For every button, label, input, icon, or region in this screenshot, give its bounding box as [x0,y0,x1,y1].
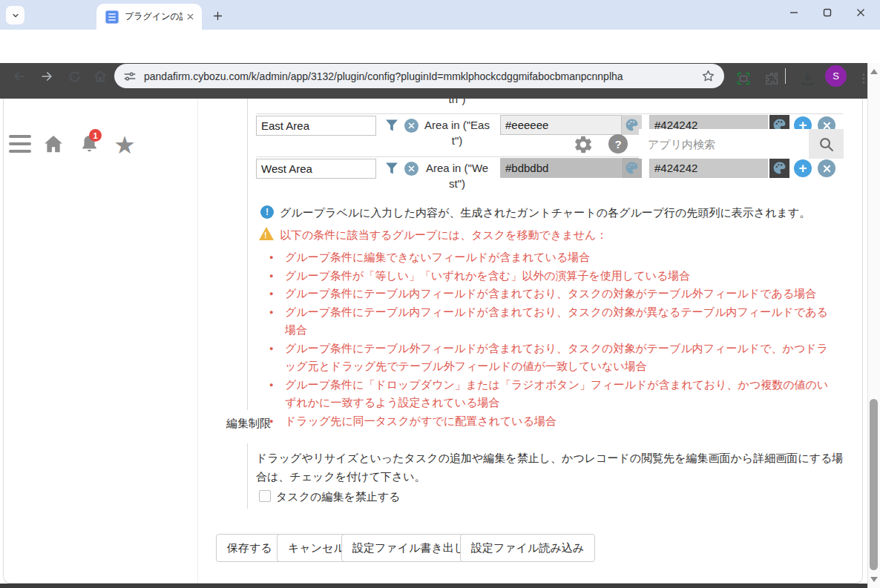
help-button[interactable]: ? [608,134,628,153]
task-edit-checkbox-label: タスクの編集を禁止する [276,490,400,504]
clear-condition-button[interactable] [404,119,418,133]
profile-avatar[interactable]: S [825,65,847,87]
list-item: グループ条件に「ドロップダウン」または「ラジオボタン」フィールドが含まれており、… [268,376,830,412]
back-button[interactable] [7,65,31,88]
url-text: pandafirm.cybozu.com/k/admin/app/3132/pl… [144,70,701,82]
notification-badge: 1 [89,129,102,142]
list-item: グループ条件にテーブル外フィールドが含まれており、タスクの対象がテーブル内フィー… [268,340,830,376]
browser-tab[interactable]: プラグインの設定 [96,4,202,30]
tab-title: プラグインの設定 [125,10,183,23]
browser-window: プラグインの設定 [0,0,880,588]
extensions-button[interactable] [760,67,784,90]
export-config-button[interactable]: 設定ファイル書き出し [341,534,476,562]
reading-mode-icon [735,70,752,87]
close-icon [408,165,415,172]
add-row-button[interactable]: + [794,159,812,177]
portal-home-button[interactable] [42,132,65,156]
content-left-divider [197,99,198,583]
row-separator [256,113,843,114]
import-config-button[interactable]: 設定ファイル読み込み [460,534,595,562]
reload-icon [68,70,82,84]
palette-icon [772,161,787,175]
new-tab-button[interactable] [208,7,226,24]
tab-close-button[interactable] [184,11,196,23]
edit-restriction-description: ドラッグやリサイズといったタスクの追加や編集を禁止し、かつレコードの閲覧先を編集… [256,449,844,486]
filter-funnel-icon[interactable] [384,161,399,176]
app-search-input[interactable] [639,129,809,159]
downloads-button[interactable] [795,67,819,90]
close-icon [408,122,415,129]
maximize-icon [823,8,832,17]
group-label-input[interactable] [256,159,376,179]
minimize-icon [789,8,798,17]
scroll-down-button[interactable] [870,577,878,582]
app-search-button[interactable] [809,129,844,159]
forward-icon [39,69,54,84]
star-icon: ★ [114,133,136,157]
scroll-up-button[interactable] [870,69,878,74]
list-item: グループ条件に編集できないフィールドが含まれている場合 [268,248,830,267]
maximize-button[interactable] [813,0,841,24]
back-icon [12,69,27,84]
list-item: グループ条件にテーブル内フィールドが含まれており、タスクの対象がテーブル外フィー… [268,285,830,303]
palette-icon [625,161,639,175]
bg-color-input[interactable] [500,115,622,135]
info-note: グループラベルに入力した内容が、生成されたガントチャートの各グループ行の先頭列に… [280,206,844,220]
bg-color-picker-button[interactable] [622,158,642,178]
close-icon [856,8,865,17]
toolbar-divider [785,68,786,84]
reading-mode-button[interactable] [732,67,755,90]
home-icon [42,133,65,155]
reload-button[interactable] [62,65,86,88]
warning-note: 以下の条件に該当するグループには、タスクを移動できません： [280,228,844,242]
home-icon [93,69,108,84]
restriction-condition-list: グループ条件に編集できないフィールドが含まれている場合 グループ条件が「等しい」… [268,248,830,430]
bookmark-star-icon[interactable] [701,69,715,83]
tab-strip: プラグインの設定 [0,0,880,30]
remove-row-button[interactable] [818,159,835,177]
text-color-input[interactable] [649,158,768,178]
task-edit-checkbox[interactable] [259,490,271,502]
help-icon: ? [614,138,621,151]
settings-button[interactable] [571,133,595,156]
group-label-input[interactable] [256,116,376,136]
palette-icon [625,118,639,132]
browser-home-button[interactable] [88,65,112,88]
hamburger-menu-button[interactable] [9,135,31,153]
favorites-button[interactable]: ★ [111,132,138,157]
url-bar[interactable]: pandafirm.cybozu.com/k/admin/app/3132/pl… [114,64,724,88]
site-favicon-icon [105,10,119,24]
clear-condition-button[interactable] [404,162,418,176]
close-icon [823,122,831,130]
edit-restriction-heading: 編集制限 [226,417,271,431]
info-icon: ! [260,205,274,219]
puzzle-icon [764,71,779,86]
list-item: グループ条件にテーブル内フィールドが含まれており、タスクの対象が異なるテーブル内… [268,303,830,340]
search-icon [818,136,835,153]
close-icon [186,13,194,21]
close-icon [823,165,831,173]
filter-funnel-icon[interactable] [384,118,399,133]
group-section-border [247,99,248,410]
plus-icon [212,10,223,22]
group-condition-text: Area in ("Eas t") [420,117,494,148]
chevron-down-icon [11,11,20,20]
profile-initial: S [833,70,839,82]
minimize-button[interactable] [780,0,808,24]
edit-section-border [247,443,248,509]
plus-icon: + [798,161,807,175]
browser-toolbar: pandafirm.cybozu.com/k/admin/app/3132/pl… [0,30,880,63]
save-button[interactable]: 保存する [216,534,283,562]
page-background-strip [0,584,867,588]
tab-search-button[interactable] [6,6,24,24]
list-item: ドラッグ先に同一タスクがすでに配置されている場合 [268,412,830,431]
site-settings-icon [123,70,137,83]
gear-icon [573,134,594,155]
text-color-picker-button[interactable] [769,158,789,178]
forward-button[interactable] [35,65,59,88]
group-condition-text: Area in ("We st") [420,160,494,191]
bg-color-input[interactable] [500,158,622,178]
close-window-button[interactable] [847,0,875,24]
scrollbar-thumb[interactable] [870,399,878,570]
list-item: グループ条件が「等しい」「いずれかを含む」以外の演算子を使用している場合 [268,267,830,285]
